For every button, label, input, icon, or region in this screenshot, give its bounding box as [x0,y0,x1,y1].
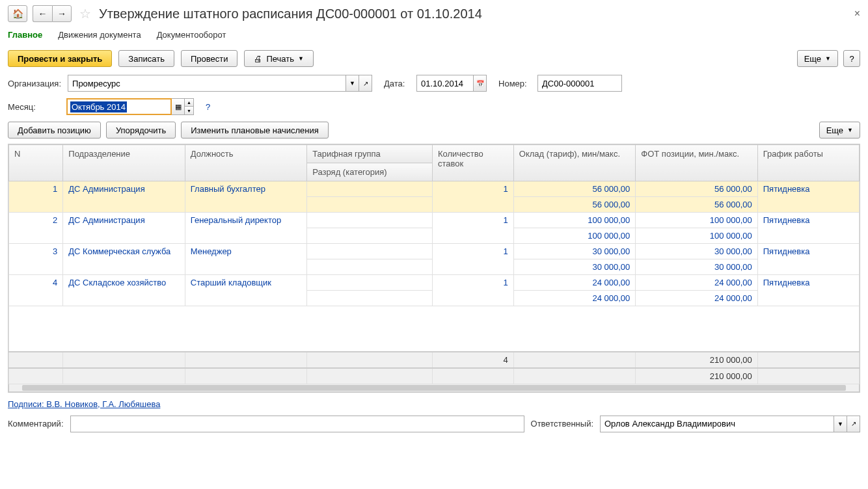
signatures-link[interactable]: Подписи: В.В. Новиков, Г.А. Любяшева [8,399,160,409]
month-label: Месяц: [8,102,60,112]
month-up-button[interactable]: ▲ [185,98,194,107]
org-dropdown-button[interactable]: ▼ [346,75,359,92]
staffing-table: N Подразделение Должность Тарифная групп… [8,144,860,393]
scrollbar-thumb[interactable] [22,385,846,391]
month-down-button[interactable]: ▼ [185,107,194,115]
col-n[interactable]: N [9,145,63,181]
num-input[interactable] [537,75,622,92]
table-more-button[interactable]: Еще ▼ [819,122,860,139]
resp-dropdown-button[interactable]: ▼ [834,416,847,432]
sort-button[interactable]: Упорядочить [106,122,176,139]
col-salary[interactable]: Оклад (тариф), мин/макс. [513,145,635,181]
month-help-link[interactable]: ? [206,102,210,112]
col-fot[interactable]: ФОТ позиции, мин./макс. [636,145,757,181]
empty-area [9,306,860,352]
col-rank[interactable]: Разряд (категория) [307,163,433,181]
col-schedule[interactable]: График работы [757,145,859,181]
save-button[interactable]: Записать [118,50,174,67]
col-dept[interactable]: Подразделение [63,145,185,181]
post-button[interactable]: Провести [181,50,238,67]
total-qty: 4 [432,352,513,368]
resp-input[interactable] [600,416,834,432]
forward-button[interactable]: → [52,5,72,22]
org-open-button[interactable]: ↗ [359,75,372,92]
comment-label: Комментарий: [8,419,64,429]
table-row[interactable]: 4ДС Складское хозяйствоСтарший кладовщик… [9,275,860,291]
date-input[interactable] [416,75,474,92]
horizontal-scrollbar[interactable] [8,384,860,392]
change-accruals-button[interactable]: Изменить плановые начисления [181,122,329,139]
chevron-down-icon: ▼ [298,55,304,62]
home-button[interactable]: 🏠 [8,5,27,22]
month-calendar-button[interactable]: ▦ [172,98,185,115]
date-calendar-button[interactable]: 📅 [474,75,487,92]
back-button[interactable]: ← [33,5,52,22]
add-position-button[interactable]: Добавить позицию [8,122,101,139]
favorite-star-icon[interactable]: ☆ [79,6,91,21]
col-qty[interactable]: Количество ставок [432,145,513,181]
total-fot-min: 210 000,00 [636,352,757,368]
totals-row: 4 210 000,00 [9,352,860,368]
totals-row-2: 210 000,00 [9,368,860,384]
total-fot-max: 210 000,00 [636,368,757,384]
more-button[interactable]: Еще ▼ [797,50,838,67]
tab-docflow[interactable]: Документооборот [157,29,226,41]
chevron-down-icon: ▼ [847,127,853,133]
org-label: Организация: [8,79,61,88]
col-tariff[interactable]: Тарифная группа [307,145,433,163]
help-button[interactable]: ? [843,50,860,67]
post-and-close-button[interactable]: Провести и закрыть [8,50,112,67]
org-input[interactable] [68,75,346,92]
comment-input[interactable] [70,416,524,432]
date-label: Дата: [384,79,410,88]
resp-open-button[interactable]: ↗ [847,416,860,432]
table-row[interactable]: 1ДС АдминистрацияГлавный бухгалтер156 00… [9,181,860,197]
chevron-down-icon: ▼ [825,55,831,62]
page-title: Утверждение штатного расписания ДС00-000… [99,7,482,21]
print-button[interactable]: 🖨 Печать ▼ [244,50,314,67]
printer-icon: 🖨 [254,54,262,64]
close-button[interactable]: × [854,8,860,20]
month-input[interactable]: Октябрь 2014 [66,98,172,115]
resp-label: Ответственный: [531,419,593,429]
tab-main[interactable]: Главное [8,29,42,41]
num-label: Номер: [498,79,531,88]
table-row[interactable]: 3ДС Коммерческая службаМенеджер130 000,0… [9,244,860,259]
tab-movements[interactable]: Движения документа [58,29,141,41]
table-row[interactable]: 2ДС АдминистрацияГенеральный директор110… [9,213,860,228]
col-position[interactable]: Должность [185,145,306,181]
